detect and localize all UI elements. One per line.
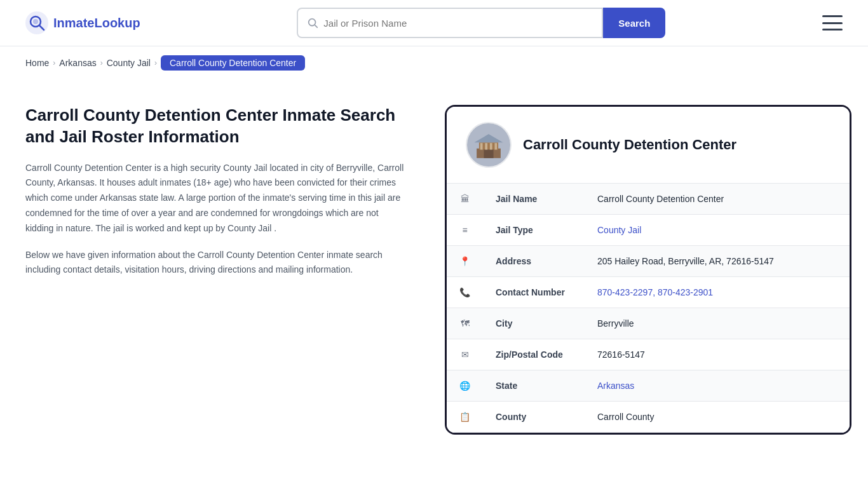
breadcrumb-sep-1: › — [53, 58, 55, 67]
table-row: ✉Zip/Postal Code72616-5147 — [447, 339, 850, 370]
info-card: Carroll County Detention Center 🏛Jail Na… — [445, 105, 851, 435]
breadcrumb-current: Carroll County Detention Center — [161, 55, 305, 71]
row-icon: 📞 — [447, 277, 483, 308]
breadcrumb-arkansas[interactable]: Arkansas — [59, 58, 96, 68]
table-row: ≡Jail TypeCounty Jail — [447, 215, 850, 246]
row-value: Carroll County — [585, 402, 850, 433]
svg-rect-11 — [480, 143, 483, 149]
row-link[interactable]: County Jail — [597, 225, 641, 235]
breadcrumb-sep-2: › — [100, 58, 103, 67]
left-panel: Carroll County Detention Center Inmate S… — [25, 105, 445, 289]
page-title: Carroll County Detention Center Inmate S… — [25, 105, 407, 148]
svg-rect-14 — [494, 143, 497, 149]
jail-avatar — [466, 122, 512, 168]
search-input[interactable] — [323, 18, 593, 29]
row-value: Carroll County Detention Center — [585, 184, 850, 215]
card-header: Carroll County Detention Center — [447, 107, 850, 184]
row-link[interactable]: 870-423-2297, 870-423-2901 — [597, 287, 713, 297]
logo-text: InmateLookup — [53, 16, 140, 30]
breadcrumb-county-jail[interactable]: County Jail — [107, 58, 151, 68]
svg-rect-10 — [484, 150, 493, 158]
row-value: 205 Hailey Road, Berryville, AR, 72616-5… — [585, 246, 850, 277]
row-icon: ✉ — [447, 339, 483, 370]
table-row: 📍Address205 Hailey Road, Berryville, AR,… — [447, 246, 850, 277]
row-label: County — [483, 402, 585, 433]
page-desc-2: Below we have given information about th… — [25, 248, 407, 278]
table-row: 🗺CityBerryville — [447, 308, 850, 339]
info-table: 🏛Jail NameCarroll County Detention Cente… — [447, 184, 850, 433]
page-desc-1: Carroll County Detention Center is a hig… — [25, 161, 407, 236]
table-row: 📋CountyCarroll County — [447, 402, 850, 433]
row-label: Zip/Postal Code — [483, 339, 585, 370]
hamburger-menu[interactable] — [822, 15, 843, 30]
row-value[interactable]: 870-423-2297, 870-423-2901 — [585, 277, 850, 308]
logo-icon — [25, 11, 48, 34]
svg-rect-12 — [485, 143, 487, 149]
svg-point-3 — [33, 19, 38, 24]
row-label: Jail Type — [483, 215, 585, 246]
table-row: 📞Contact Number870-423-2297, 870-423-290… — [447, 277, 850, 308]
breadcrumb-home[interactable]: Home — [25, 58, 49, 68]
row-value[interactable]: County Jail — [585, 215, 850, 246]
row-value[interactable]: Arkansas — [585, 370, 850, 402]
row-link[interactable]: Arkansas — [597, 381, 634, 391]
breadcrumb-sep-3: › — [154, 58, 157, 67]
card-title: Carroll County Detention Center — [523, 137, 736, 153]
row-icon: 🏛 — [447, 184, 483, 215]
row-label: State — [483, 370, 585, 402]
row-value: 72616-5147 — [585, 339, 850, 370]
main-content: Carroll County Detention Center Inmate S… — [0, 79, 868, 460]
jail-avatar-image — [467, 122, 510, 168]
row-icon: ≡ — [447, 215, 483, 246]
table-row: 🌐StateArkansas — [447, 370, 850, 402]
row-value: Berryville — [585, 308, 850, 339]
svg-line-5 — [315, 25, 317, 27]
search-bar: Search — [297, 8, 665, 38]
row-icon: 🗺 — [447, 308, 483, 339]
row-label: City — [483, 308, 585, 339]
row-label: Address — [483, 246, 585, 277]
table-row: 🏛Jail NameCarroll County Detention Cente… — [447, 184, 850, 215]
row-icon: 🌐 — [447, 370, 483, 402]
search-icon — [307, 17, 318, 29]
logo[interactable]: InmateLookup — [25, 11, 140, 34]
row-label: Contact Number — [483, 277, 585, 308]
search-input-wrap — [297, 8, 603, 38]
row-label: Jail Name — [483, 184, 585, 215]
search-button[interactable]: Search — [603, 8, 665, 38]
breadcrumb: Home › Arkansas › County Jail › Carroll … — [0, 46, 868, 79]
row-icon: 📍 — [447, 246, 483, 277]
row-icon: 📋 — [447, 402, 483, 433]
svg-rect-13 — [490, 143, 492, 149]
